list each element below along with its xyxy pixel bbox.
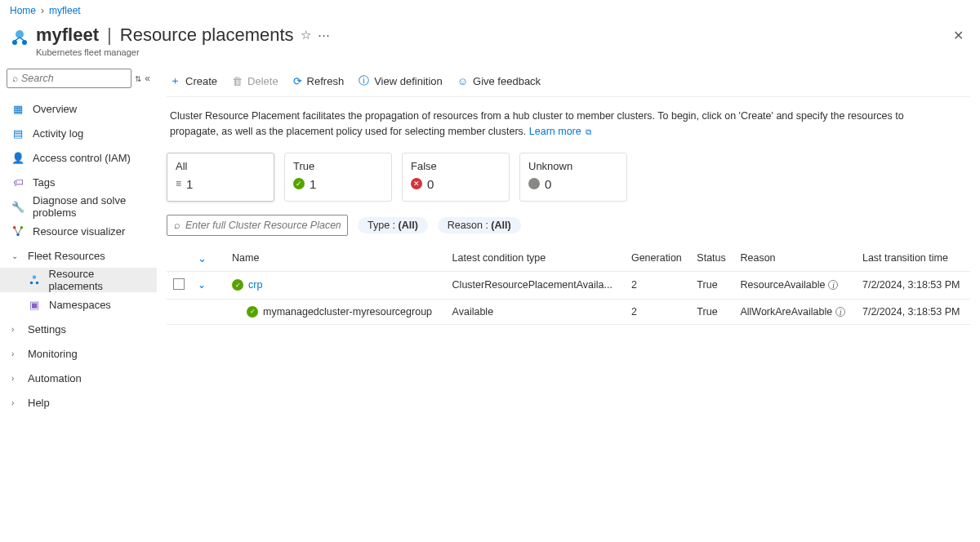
unknown-icon [528, 178, 540, 189]
fleet-icon [10, 28, 29, 47]
pill-label: Type : [368, 220, 399, 231]
toolbar-label: Delete [247, 75, 278, 87]
row-checkbox[interactable] [173, 278, 185, 290]
more-icon[interactable]: ⋯ [318, 28, 330, 42]
card-label: False [411, 160, 501, 172]
sidebar-item-label: Settings [28, 323, 66, 335]
toolbar-label: Create [185, 75, 217, 87]
breadcrumb-separator: › [41, 5, 44, 16]
card-value: 0 [427, 177, 434, 191]
cell-last-transition: 7/2/2024, 3:18:53 PM [856, 271, 970, 299]
description: Cluster Resource Placement facilitates t… [167, 97, 934, 148]
cell-generation: 2 [625, 271, 690, 299]
toolbar-label: View definition [374, 75, 443, 87]
refresh-button[interactable]: ⟳ Refresh [293, 75, 345, 87]
sidebar-item-iam[interactable]: 👤 Access control (IAM) [0, 145, 157, 170]
cell-generation: 2 [625, 299, 690, 324]
card-value: 1 [310, 177, 316, 191]
cell-status: True [690, 299, 733, 324]
column-last[interactable]: Last transition time [856, 246, 970, 272]
filter-reason-pill[interactable]: Reason : (All) [438, 217, 521, 233]
sort-header[interactable]: ⌄ [191, 246, 225, 272]
sidebar-collapse-icon[interactable]: « [145, 73, 150, 84]
page-subtitle: Kubernetes fleet manager [36, 47, 947, 57]
sidebar-item-diagnose[interactable]: 🔧 Diagnose and solve problems [0, 194, 157, 219]
sidebar-sort-icon[interactable]: ⇅ [135, 74, 141, 83]
column-generation[interactable]: Generation [625, 246, 690, 272]
card-all[interactable]: All ≡ 1 [167, 153, 274, 202]
error-icon: ✕ [411, 178, 422, 189]
sidebar-item-tags[interactable]: 🏷 Tags [0, 170, 157, 194]
column-status[interactable]: Status [690, 246, 733, 272]
svg-point-0 [16, 30, 24, 38]
search-icon: ⌕ [12, 73, 18, 84]
row-name: mymanagedcluster-myresourcegroup [263, 306, 432, 318]
table-row: ⌄✓crpClusterResourcePlacementAvaila...2T… [167, 271, 970, 299]
svg-point-6 [33, 275, 36, 278]
sidebar-item-settings[interactable]: › Settings [0, 317, 157, 341]
svg-point-8 [36, 282, 39, 285]
filter-row: ⌕ Type : (All) Reason : (All) [167, 213, 970, 246]
card-unknown[interactable]: Unknown 0 [519, 153, 627, 202]
card-label: True [293, 160, 383, 172]
learn-more-label: Learn more [529, 126, 581, 137]
card-false[interactable]: False ✕ 0 [402, 153, 510, 202]
overview-icon: ▦ [11, 103, 24, 115]
sidebar-item-automation[interactable]: › Automation [0, 366, 157, 390]
sidebar-item-label: Access control (IAM) [33, 152, 131, 164]
view-definition-button[interactable]: ⓘ View definition [359, 73, 443, 88]
title-separator: | [107, 24, 112, 46]
feedback-icon: ☺ [457, 75, 468, 87]
card-value: 1 [186, 177, 193, 191]
sidebar-item-visualizer[interactable]: Resource visualizer [0, 219, 157, 243]
cell-latest: Available [446, 299, 625, 324]
delete-button: 🗑 Delete [232, 75, 278, 87]
info-icon: ⓘ [359, 73, 369, 88]
toolbar: ＋ Create 🗑 Delete ⟳ Refresh ⓘ View defin… [167, 65, 970, 97]
close-icon[interactable]: ✕ [947, 24, 970, 47]
breadcrumb-home[interactable]: Home [10, 5, 36, 16]
sidebar-item-fleet[interactable]: ⌄ Fleet Resources [0, 243, 157, 268]
plus-icon: ＋ [170, 73, 180, 88]
expand-icon[interactable]: ⌄ [198, 279, 206, 291]
create-button[interactable]: ＋ Create [170, 73, 217, 88]
pill-value: (All) [399, 220, 418, 231]
cell-reason: ResourceAvailablei [733, 271, 856, 299]
info-icon[interactable]: i [828, 280, 838, 290]
sidebar-item-placements[interactable]: Resource placements [0, 268, 157, 292]
filter-search[interactable]: ⌕ [167, 215, 348, 236]
refresh-icon: ⟳ [293, 75, 302, 87]
sidebar-search[interactable]: ⌕ [7, 69, 131, 88]
all-icon: ≡ [176, 178, 181, 189]
feedback-button[interactable]: ☺ Give feedback [457, 75, 541, 87]
info-icon[interactable]: i [835, 307, 845, 317]
iam-icon: 👤 [11, 152, 24, 164]
page-section: Resource placements [120, 24, 294, 46]
sidebar-item-activity[interactable]: ▤ Activity log [0, 121, 157, 145]
sidebar-item-monitoring[interactable]: › Monitoring [0, 341, 157, 366]
status-success-icon: ✓ [232, 279, 243, 291]
column-latest[interactable]: Latest condition type [446, 246, 625, 272]
card-true[interactable]: True ✓ 1 [284, 153, 392, 202]
sidebar-search-input[interactable] [21, 73, 126, 84]
favorite-icon[interactable]: ☆ [301, 28, 311, 42]
row-name-link[interactable]: crp [248, 279, 262, 291]
breadcrumb-resource[interactable]: myfleet [49, 5, 81, 16]
success-icon: ✓ [293, 178, 305, 189]
sidebar-item-label: Resource visualizer [33, 225, 125, 238]
sidebar-item-namespaces[interactable]: ▣ Namespaces [0, 292, 157, 317]
filter-type-pill[interactable]: Type : (All) [358, 217, 428, 233]
placements-table: ⌄ Name Latest condition type Generation … [167, 246, 970, 325]
cell-status: True [690, 271, 733, 299]
sidebar-item-overview[interactable]: ▦ Overview [0, 96, 157, 121]
toolbar-label: Refresh [307, 75, 345, 87]
chevron-right-icon: › [11, 349, 20, 358]
sidebar-item-help[interactable]: › Help [0, 390, 157, 415]
learn-more-link[interactable]: Learn more ⧉ [529, 126, 591, 137]
column-reason[interactable]: Reason [733, 246, 856, 272]
sidebar-item-label: Activity log [33, 127, 83, 140]
chevron-right-icon: › [11, 398, 20, 407]
column-name[interactable]: Name [225, 246, 446, 272]
filter-search-input[interactable] [185, 220, 341, 231]
card-label: All [176, 160, 265, 172]
